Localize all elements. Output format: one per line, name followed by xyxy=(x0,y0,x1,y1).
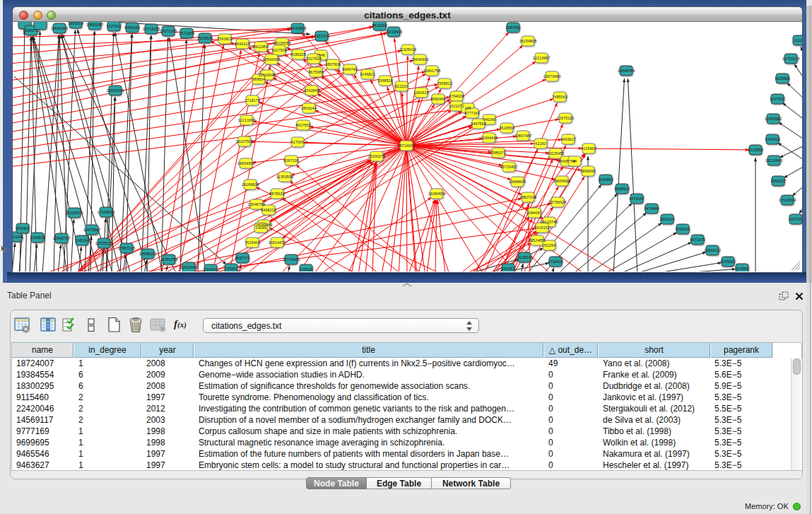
svg-text:989604: 989604 xyxy=(252,77,265,81)
svg-text:1362615: 1362615 xyxy=(413,90,428,95)
svg-text:822203: 822203 xyxy=(395,84,408,88)
svg-text:10719155: 10719155 xyxy=(143,27,160,31)
svg-text:17359924: 17359924 xyxy=(98,210,114,214)
svg-text:10653287: 10653287 xyxy=(86,23,103,27)
svg-text:16210643: 16210643 xyxy=(765,158,782,163)
svg-text:19046766: 19046766 xyxy=(248,202,265,206)
svg-text:1640954: 1640954 xyxy=(598,177,613,182)
svg-text:12213369: 12213369 xyxy=(238,118,255,122)
svg-text:12942737: 12942737 xyxy=(53,236,70,240)
svg-text:1588520: 1588520 xyxy=(377,78,392,83)
svg-text:10807487: 10807487 xyxy=(514,134,531,138)
svg-text:62160: 62160 xyxy=(535,141,546,146)
svg-text:20364436: 20364436 xyxy=(481,136,498,140)
svg-text:151651: 151651 xyxy=(502,267,514,271)
svg-text:19218506: 19218506 xyxy=(385,30,402,34)
svg-text:3675685: 3675685 xyxy=(308,70,323,74)
svg-text:12975115: 12975115 xyxy=(557,116,574,120)
svg-text:8186328: 8186328 xyxy=(290,52,305,57)
svg-text:44: 44 xyxy=(572,159,577,163)
svg-text:391194: 391194 xyxy=(13,235,22,239)
svg-text:9777169: 9777169 xyxy=(464,111,479,115)
svg-text:1671355: 1671355 xyxy=(179,31,194,35)
svg-text:6497568: 6497568 xyxy=(471,122,486,126)
svg-text:1244415: 1244415 xyxy=(765,137,779,141)
svg-text:9146821: 9146821 xyxy=(360,72,375,76)
svg-text:25300275: 25300275 xyxy=(368,154,385,158)
svg-text:7485063: 7485063 xyxy=(552,95,567,99)
svg-text:19654923: 19654923 xyxy=(553,179,570,183)
svg-text:8427552: 8427552 xyxy=(295,123,310,127)
svg-text:10543342: 10543342 xyxy=(263,57,280,62)
svg-text:12093582: 12093582 xyxy=(765,117,782,121)
svg-text:10973493: 10973493 xyxy=(543,74,560,78)
svg-text:9329966: 9329966 xyxy=(775,76,789,81)
svg-text:1905314: 1905314 xyxy=(68,22,83,25)
svg-text:16120746: 16120746 xyxy=(541,220,558,224)
svg-text:16033809: 16033809 xyxy=(289,26,306,30)
svg-text:20691406: 20691406 xyxy=(51,26,68,30)
svg-text:16107553: 16107553 xyxy=(236,139,253,144)
svg-text:1527602: 1527602 xyxy=(106,24,121,28)
svg-text:7955812: 7955812 xyxy=(437,81,452,86)
svg-text:14055712: 14055712 xyxy=(23,28,40,33)
svg-text:8878332: 8878332 xyxy=(269,192,284,196)
svg-text:15720407: 15720407 xyxy=(500,165,517,169)
svg-text:1569297: 1569297 xyxy=(770,179,785,183)
svg-text:16914479: 16914479 xyxy=(269,240,286,245)
svg-text:6794028: 6794028 xyxy=(449,94,464,98)
svg-text:755061: 755061 xyxy=(225,267,237,271)
svg-text:12213967: 12213967 xyxy=(533,56,550,60)
svg-text:16154808: 16154808 xyxy=(519,39,536,43)
svg-text:8215955: 8215955 xyxy=(748,148,763,152)
svg-text:9657771: 9657771 xyxy=(235,256,249,260)
svg-text:18807249: 18807249 xyxy=(519,195,536,199)
svg-text:10025453: 10025453 xyxy=(547,151,564,156)
svg-text:7563822: 7563822 xyxy=(217,37,232,41)
svg-text:245: 245 xyxy=(464,106,471,110)
svg-text:10923448: 10923448 xyxy=(180,265,197,269)
svg-text:193041: 193041 xyxy=(204,267,217,271)
svg-text:1733426: 1733426 xyxy=(548,259,563,264)
svg-text:15640910: 15640910 xyxy=(411,57,428,62)
svg-text:20053346: 20053346 xyxy=(107,88,124,93)
svg-text:10756928: 10756928 xyxy=(549,200,566,204)
svg-text:16648784: 16648784 xyxy=(618,69,635,73)
svg-text:1615152: 1615152 xyxy=(534,226,549,230)
svg-text:10654112: 10654112 xyxy=(704,248,721,252)
svg-text:9463627: 9463627 xyxy=(560,137,575,141)
svg-text:20206576: 20206576 xyxy=(66,211,83,215)
svg-text:9474444: 9474444 xyxy=(644,206,659,211)
svg-text:19384554: 19384554 xyxy=(428,192,445,196)
svg-text:7986372: 7986372 xyxy=(490,151,505,155)
svg-text:6466160: 6466160 xyxy=(124,25,139,30)
svg-text:1621072: 1621072 xyxy=(449,104,464,108)
svg-text:8912954: 8912954 xyxy=(253,45,268,49)
svg-text:10688609: 10688609 xyxy=(509,180,526,184)
svg-text:18724007: 18724007 xyxy=(398,144,415,148)
svg-text:19524851: 19524851 xyxy=(529,238,546,243)
svg-text:2803144: 2803144 xyxy=(301,106,316,110)
svg-text:8471676: 8471676 xyxy=(690,238,705,242)
svg-text:1156829: 1156829 xyxy=(30,235,45,240)
svg-text:1167533: 1167533 xyxy=(788,217,802,221)
svg-text:15716485: 15716485 xyxy=(283,257,300,262)
svg-text:3624554: 3624554 xyxy=(499,126,514,130)
svg-text:11123: 11123 xyxy=(794,38,802,42)
svg-text:19654955: 19654955 xyxy=(237,161,254,165)
svg-text:1145194: 1145194 xyxy=(74,238,89,243)
svg-text:16671355: 16671355 xyxy=(160,29,177,33)
svg-text:8990448: 8990448 xyxy=(430,97,445,101)
svg-text:16961758: 16961758 xyxy=(423,69,440,73)
svg-text:7515526: 7515526 xyxy=(197,36,212,40)
svg-text:5498222: 5498222 xyxy=(261,208,276,212)
svg-text:2718176: 2718176 xyxy=(245,98,259,103)
svg-text:924565: 924565 xyxy=(736,267,748,271)
svg-text:15751074: 15751074 xyxy=(782,57,799,61)
svg-text:6479197: 6479197 xyxy=(629,197,644,201)
svg-text:2087682: 2087682 xyxy=(505,25,520,30)
svg-text:9242848: 9242848 xyxy=(304,88,319,93)
svg-text:8660124: 8660124 xyxy=(235,42,249,46)
svg-text:11353594: 11353594 xyxy=(276,175,293,179)
svg-text:8454749: 8454749 xyxy=(342,67,357,71)
